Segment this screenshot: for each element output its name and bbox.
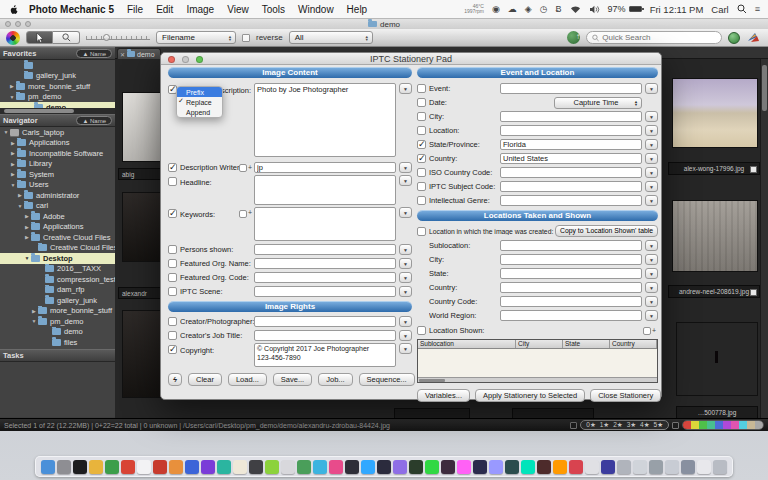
description-writers-add-checkbox[interactable]	[239, 164, 247, 172]
navigator-item[interactable]: 2016__TAXX	[0, 264, 115, 275]
rating-filter-checkbox[interactable]	[570, 422, 577, 429]
dock-app-icon[interactable]	[313, 460, 327, 474]
spotlight-icon[interactable]	[737, 4, 747, 14]
tab-demo[interactable]: ✕ demo	[117, 48, 161, 59]
apple-menu-icon[interactable]	[8, 4, 19, 15]
featured-org-name-checkbox[interactable]	[168, 259, 177, 268]
description-writers-checkbox[interactable]	[168, 163, 177, 172]
navigator-item[interactable]: ▼ pm_demo	[0, 316, 115, 327]
rating-filter-item[interactable]: 0★	[586, 421, 595, 429]
city-dropdown-button[interactable]: ▼	[645, 111, 658, 122]
iptc-scene-input[interactable]	[254, 286, 396, 297]
shown-state-input[interactable]	[500, 268, 642, 279]
rating-filter-item[interactable]: 5★	[654, 421, 663, 429]
menu-item-prefix[interactable]: Prefix	[177, 87, 222, 97]
disclosure-arrow-icon[interactable]: ▶	[9, 171, 17, 177]
window-controls[interactable]	[5, 21, 31, 27]
navigator-item[interactable]: demo	[0, 327, 115, 338]
favorites-item[interactable]: ▼ pm_demo	[0, 92, 115, 103]
select-tool-button[interactable]	[26, 31, 53, 44]
disclosure-arrow-icon[interactable]: ▶	[16, 192, 24, 198]
city-checkbox[interactable]	[417, 112, 426, 121]
creator-dropdown-button[interactable]: ▼	[399, 316, 412, 327]
shown-country-input[interactable]	[500, 282, 642, 293]
favorites-item[interactable]: gallery_junk	[0, 71, 115, 82]
close-tab-icon[interactable]: ✕	[120, 51, 125, 58]
dock-app-icon[interactable]	[281, 460, 295, 474]
navigator-item[interactable]: ▶ Applications	[0, 222, 115, 233]
slider-thumb[interactable]	[103, 34, 110, 41]
creator-job-title-checkbox[interactable]	[168, 331, 177, 340]
dock-app-icon[interactable]	[105, 460, 119, 474]
tag-checkbox[interactable]	[750, 289, 757, 296]
dock-app-icon[interactable]	[329, 460, 343, 474]
dock-app-icon[interactable]	[185, 460, 199, 474]
iso-country-code-dropdown-button[interactable]: ▼	[645, 167, 658, 178]
temp-fan-readout[interactable]: 46°C 1997rpm	[464, 4, 484, 14]
headline-dropdown-button[interactable]: ▼	[399, 175, 412, 186]
close-icon[interactable]	[5, 21, 11, 27]
navigator-item[interactable]: ▼ carl	[0, 201, 115, 212]
dock-app-icon[interactable]	[137, 460, 151, 474]
menu-file[interactable]: File	[127, 4, 143, 15]
tag-checkbox[interactable]	[750, 166, 757, 173]
event-dropdown-button[interactable]: ▼	[645, 83, 658, 94]
clock-icon[interactable]: ◷	[540, 4, 548, 14]
table-scrollbar[interactable]	[418, 377, 657, 382]
color-class-swatch[interactable]	[691, 421, 699, 430]
shown-country-dropdown-button[interactable]: ▼	[645, 282, 658, 293]
creator-checkbox[interactable]	[168, 317, 177, 326]
navigator-item[interactable]: ▶ Creative Cloud Files	[0, 232, 115, 243]
navigator-item[interactable]: ▶ Adobe	[0, 211, 115, 222]
iso-country-code-checkbox[interactable]	[417, 168, 426, 177]
color-class-swatch[interactable]	[739, 421, 747, 430]
iptc-subject-code-input[interactable]	[500, 181, 642, 192]
dock-app-icon[interactable]	[249, 460, 263, 474]
location-shown-add-checkbox[interactable]	[643, 327, 651, 335]
color-class-swatch[interactable]	[699, 421, 707, 430]
quick-search-box[interactable]	[586, 31, 722, 44]
intellectual-genre-checkbox[interactable]	[417, 196, 426, 205]
disclosure-arrow-icon[interactable]: ▼	[30, 318, 38, 324]
copy-to-location-shown-button[interactable]: Copy to 'Location Shown' table	[555, 225, 658, 237]
favorites-item[interactable]: ▶ more_bonnie_stuff	[0, 81, 115, 92]
description-dropdown-button[interactable]: ▼	[399, 83, 412, 94]
color-class-swatch[interactable]	[731, 421, 739, 430]
dock-app-icon[interactable]	[217, 460, 231, 474]
shown-state-dropdown-button[interactable]: ▼	[645, 268, 658, 279]
notification-center-icon[interactable]: ≡	[755, 4, 760, 14]
dock-app-icon[interactable]	[697, 460, 711, 474]
navigator-item[interactable]: ▶ Library	[0, 159, 115, 170]
menu-tools[interactable]: Tools	[262, 4, 285, 15]
creator-job-title-dropdown-button[interactable]: ▼	[399, 330, 412, 341]
quick-search-input[interactable]	[602, 33, 716, 42]
event-checkbox[interactable]	[417, 84, 426, 93]
menu-help[interactable]: Help	[347, 4, 368, 15]
rating-filter-item[interactable]: 2★	[613, 421, 622, 429]
thumbnail-size-slider[interactable]	[86, 33, 150, 42]
favorites-sort-button[interactable]: ▲ Name	[76, 49, 112, 58]
navigator-item[interactable]: files	[0, 337, 115, 348]
dock-app-icon[interactable]	[121, 460, 135, 474]
intellectual-genre-dropdown-button[interactable]: ▼	[645, 195, 658, 206]
sublocation-input[interactable]	[500, 240, 642, 251]
battery-status[interactable]: 97%	[608, 4, 642, 14]
disclosure-arrow-icon[interactable]: ▶	[23, 213, 31, 219]
navigator-item[interactable]: ▶ System	[0, 169, 115, 180]
date-checkbox[interactable]	[417, 98, 426, 107]
bluetooth-icon[interactable]: Ƀ	[556, 4, 562, 14]
snapshot-button[interactable]: ϟ	[168, 373, 182, 386]
dock-app-icon[interactable]	[425, 460, 439, 474]
dock-app-icon[interactable]	[505, 460, 519, 474]
dock-app-icon[interactable]	[265, 460, 279, 474]
zoom-icon[interactable]	[196, 56, 203, 63]
navigator-item[interactable]: ▶ Applications	[0, 138, 115, 149]
state-province-checkbox[interactable]	[417, 140, 426, 149]
persons-shown-dropdown-button[interactable]: ▼	[399, 244, 412, 255]
dock-app-icon[interactable]	[441, 460, 455, 474]
dock-app-icon[interactable]	[537, 460, 551, 474]
minimize-icon[interactable]	[15, 21, 21, 27]
menu-image[interactable]: Image	[186, 4, 214, 15]
istat-menu-icon[interactable]: ◉	[492, 4, 500, 14]
dock-app-icon[interactable]	[153, 460, 167, 474]
